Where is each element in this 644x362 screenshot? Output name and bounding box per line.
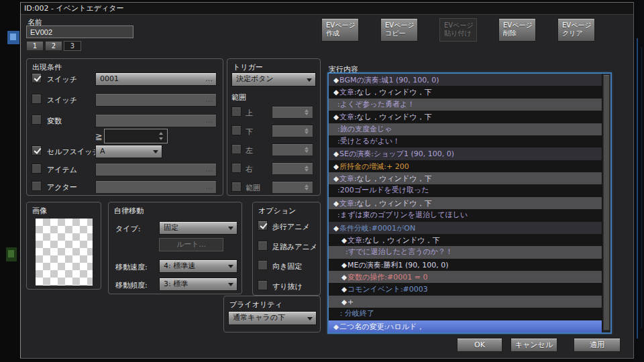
browse-icon[interactable]: … <box>205 73 213 85</box>
exec-command-list[interactable]: ◆BGMの演奏:城1 (90, 100, 0)◆文章:なし，ウィンドウ，下:よく… <box>327 72 612 334</box>
option-checkbox[interactable] <box>258 221 268 231</box>
ev-page-button-クリア[interactable]: EVページクリア <box>557 18 595 42</box>
self-switch-checkbox[interactable] <box>32 145 42 156</box>
gte-symbol: ≧ <box>95 131 103 141</box>
exec-row[interactable]: ◆所持金の増減:+ 200 <box>329 160 602 172</box>
item-checkbox[interactable] <box>32 164 42 174</box>
movement-speed-combo[interactable]: 4: 標準速 <box>159 259 237 273</box>
option-checkbox[interactable] <box>258 241 268 251</box>
exec-row[interactable]: ：分岐終了 <box>329 308 602 320</box>
ev-page-button-コピー[interactable]: EVページコピー <box>380 18 418 42</box>
page-tab-3[interactable]: 3 <box>64 41 81 51</box>
exec-row[interactable]: ◆条件分岐:#0001がON <box>329 222 602 234</box>
command-diamond-icon: ◆ <box>333 76 339 84</box>
exec-row[interactable]: :200ゴールドを受け取った <box>329 184 602 196</box>
ok-button[interactable]: OK <box>457 338 502 352</box>
command-text: 所持金の増減:+ 200 <box>339 162 409 171</box>
movement-type-combo[interactable]: 固定 <box>159 221 237 235</box>
switch1-field[interactable]: 0001 … <box>95 72 217 86</box>
scrollbar-thumb[interactable] <box>603 74 610 330</box>
image-preview[interactable] <box>36 219 93 286</box>
exec-row[interactable]: :すでに退治したと言うのか？！ <box>329 246 602 258</box>
exec-row[interactable]: :よくぞ参った勇者よ！ <box>329 99 602 111</box>
window-titlebar[interactable]: ID:002 - イベントエディター <box>21 3 633 15</box>
chevron-down-icon <box>307 78 312 82</box>
movement-speed-label: 移動速度: <box>115 262 148 272</box>
browse-icon: … <box>205 94 213 106</box>
command-text: :なし，ウィンドウ，下 <box>354 174 432 183</box>
command-diamond-icon: ◆ <box>341 285 347 293</box>
event-name-input[interactable] <box>26 25 133 38</box>
exec-scrollbar[interactable] <box>602 74 610 333</box>
cancel-button[interactable]: キャンセル <box>511 338 557 352</box>
command-text: BGMの演奏:城1 (90, 100, 0) <box>339 76 439 84</box>
ev-button-label: EVページ <box>562 21 594 29</box>
command-text: 二つ名の変更:ハロルド， <box>339 322 424 331</box>
exec-row[interactable]: ◆文章:なし，ウィンドウ，下 <box>329 172 602 184</box>
ev-button-label: EVページ <box>444 21 476 29</box>
range-checkbox[interactable] <box>231 107 241 117</box>
screen: ID:002 - イベントエディター 名前 123 EVページ作成EVページコピ… <box>0 0 644 362</box>
range-spinner <box>272 143 313 156</box>
movement-freq-value: 3: 標準 <box>164 280 188 288</box>
movement-freq-label: 移動頻度: <box>115 280 148 290</box>
option-checkbox[interactable] <box>258 260 268 270</box>
exec-row[interactable]: ◆文章:なし，ウィンドウ，下 <box>329 111 602 123</box>
switch1-checkbox[interactable] <box>32 73 42 83</box>
exec-row[interactable]: ◆文章:なし，ウィンドウ，下 <box>329 86 602 98</box>
command-diamond-icon: ◆ <box>333 113 339 121</box>
command-diamond-icon: ◆ <box>333 174 339 182</box>
exec-row[interactable]: ◆コモンイベント:#0003 <box>329 283 602 295</box>
ev-page-button-削除[interactable]: EVページ削除 <box>498 18 536 42</box>
self-switch-value: A <box>100 147 105 156</box>
exec-row[interactable]: ◆文章:なし，ウィンドウ，下 <box>329 197 602 209</box>
exec-row[interactable]: ◆二つ名の変更:ハロルド， <box>329 320 602 333</box>
exec-row[interactable]: ◆文章:なし，ウィンドウ，下 <box>329 234 602 246</box>
exec-row[interactable]: :受けとるがよい！ <box>329 135 602 147</box>
command-text: :なし，ウィンドウ，下 <box>362 236 440 245</box>
range-spinner <box>272 106 313 119</box>
range-checkbox[interactable] <box>231 125 241 135</box>
range-checkbox[interactable] <box>231 144 241 154</box>
variable-checkbox[interactable] <box>32 115 42 125</box>
image-group: 画像 <box>26 202 101 290</box>
ev-page-button-作成[interactable]: EVページ作成 <box>321 18 359 42</box>
range-checkbox[interactable] <box>231 182 241 192</box>
range-label: 範囲 <box>246 183 260 193</box>
exec-row[interactable]: :まずは東のゴブリンを退治してほしい <box>329 209 602 221</box>
option-row-歩行アニメ: 歩行アニメ <box>253 220 320 233</box>
trigger-title: トリガー <box>233 62 263 72</box>
priority-combo[interactable]: 通常キャラの下 <box>228 311 317 325</box>
command-diamond-icon: ◆ <box>341 298 347 306</box>
exec-row[interactable]: :旅の支度金じゃ <box>329 123 602 135</box>
switch2-checkbox[interactable] <box>32 94 42 104</box>
page-tab-1[interactable]: 1 <box>26 41 44 51</box>
command-text: :よくぞ参った勇者よ！ <box>337 100 415 109</box>
exec-row[interactable]: ◆SEの演奏:ショップ1 (90, 100, 0) <box>329 147 602 160</box>
range-checkbox[interactable] <box>231 163 241 173</box>
route-button: ルート... <box>159 238 223 251</box>
map-sprite-blue <box>7 31 19 44</box>
movement-speed-value: 4: 標準速 <box>164 261 195 270</box>
trigger-combo[interactable]: 決定ボタン <box>231 72 316 86</box>
switch2-label: スイッチ <box>47 95 77 105</box>
option-row-足踏みアニメ: 足踏みアニメ <box>253 240 320 253</box>
self-switch-label: セルフスイッチ <box>47 147 100 157</box>
range-row-上: 上 <box>227 106 320 119</box>
command-diamond-icon: ◆ <box>333 88 339 96</box>
exec-row[interactable]: ◆MEの演奏:勝利1 (90, 100, 0) <box>329 259 602 271</box>
apply-button[interactable]: 適用 <box>574 338 621 352</box>
self-switch-combo[interactable]: A <box>95 145 162 158</box>
movement-freq-combo[interactable]: 3: 標準 <box>159 278 237 291</box>
range-row-下: 下 <box>227 125 320 138</box>
exec-row[interactable]: ◆BGMの演奏:城1 (90, 100, 0) <box>329 74 602 86</box>
option-checkbox[interactable] <box>258 280 268 290</box>
exec-row[interactable]: ◆変数の操作:#0001 = 0 <box>329 271 602 283</box>
priority-title: プライオリティ <box>229 300 282 310</box>
exec-row[interactable]: ◆+ <box>329 296 602 308</box>
trigger-group: トリガー 決定ボタン 範囲 上下左右範囲 <box>227 58 321 196</box>
actor-checkbox[interactable] <box>32 181 42 191</box>
page-tab-2[interactable]: 2 <box>45 41 62 51</box>
conditions-group: 出現条件 スイッチ 0001 … スイッチ … 変数 … ≧ セルフスイッチ A <box>26 58 223 196</box>
command-text: :まずは東のゴブリンを退治してほしい <box>337 210 468 219</box>
